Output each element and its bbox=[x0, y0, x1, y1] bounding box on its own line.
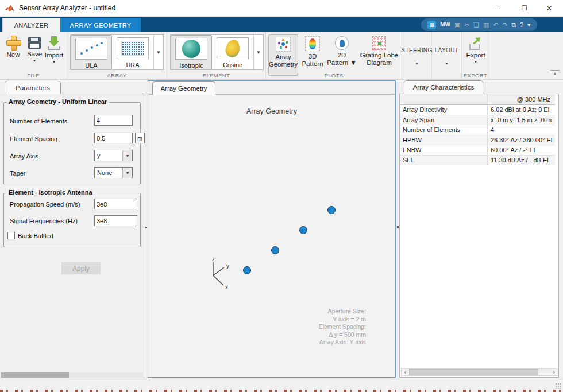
table-row[interactable]: SLL 11.30 dB Az / - dB El bbox=[400, 156, 555, 166]
grating-lobe-button[interactable]: Grating Lobe Diagram bbox=[358, 34, 400, 76]
table-row[interactable]: HPBW 26.30° Az / 360.00° El bbox=[400, 135, 555, 146]
plot-title: Array Geometry bbox=[149, 107, 395, 115]
parameters-panel: Parameters Array Geometry - Uniform Line… bbox=[0, 80, 145, 379]
window-layout-icon[interactable]: ⧉ bbox=[511, 22, 516, 28]
export-dropdown-icon[interactable]: ▼ bbox=[474, 60, 478, 64]
left-splitter-handle[interactable] bbox=[145, 227, 147, 228]
scrollbar-track[interactable] bbox=[409, 369, 550, 375]
layout-dropdown-icon[interactable]: ▼ bbox=[445, 61, 449, 65]
section-steering[interactable]: STEERING ▼ bbox=[402, 32, 432, 80]
pattern-2d-button[interactable]: 2D Pattern ▼ bbox=[326, 34, 357, 76]
plot-annotation: Aperture Size: Y axis = 2 m Element Spac… bbox=[319, 308, 366, 347]
back-baffled-label: Back Baffled bbox=[18, 232, 53, 239]
cut-icon[interactable]: ✂ bbox=[464, 22, 469, 28]
tab-array-characteristics[interactable]: Array Characteristics bbox=[404, 80, 483, 94]
right-splitter-handle[interactable] bbox=[397, 226, 399, 228]
pattern-2d-icon bbox=[335, 36, 349, 50]
scroll-left-icon[interactable]: ‹ bbox=[402, 369, 409, 375]
save-icon[interactable]: ▣ bbox=[454, 22, 460, 28]
new-button[interactable]: New bbox=[2, 36, 25, 58]
copy-icon[interactable]: ❑ bbox=[473, 22, 479, 28]
ula-button[interactable]: ULA bbox=[71, 35, 112, 69]
section-label-export: EXPORT bbox=[462, 72, 489, 79]
undo-icon[interactable]: ↶ bbox=[493, 22, 498, 28]
table-row[interactable]: Number of Elements 4 bbox=[400, 125, 555, 135]
floppy-disk-icon bbox=[28, 37, 41, 49]
redo-icon[interactable]: ↷ bbox=[502, 22, 507, 28]
num-elements-label: Number of Elements bbox=[10, 118, 67, 125]
maximize-button[interactable]: ❒ bbox=[516, 0, 533, 16]
array-geometry-plot-button[interactable]: Array Geometry bbox=[268, 34, 298, 76]
desktop-shortcut-icon[interactable]: ▦ bbox=[427, 21, 436, 29]
collapse-ribbon-icon[interactable]: ▴ bbox=[550, 70, 560, 77]
signal-frequencies-input[interactable] bbox=[94, 215, 137, 226]
import-arrow-icon bbox=[47, 36, 61, 50]
ura-button[interactable]: URA bbox=[112, 35, 153, 69]
axis-label-x: x bbox=[225, 284, 228, 290]
num-elements-input[interactable] bbox=[94, 115, 133, 126]
array-geometry-group: Array Geometry - Uniform Linear Number o… bbox=[3, 102, 141, 184]
steering-dropdown-icon[interactable]: ▼ bbox=[415, 61, 419, 65]
close-button[interactable]: ✕ bbox=[541, 0, 558, 16]
tab-analyzer[interactable]: ANALYZER bbox=[2, 18, 60, 32]
table-row[interactable]: FNBW 60.00° Az / -° El bbox=[400, 145, 555, 156]
element-group: Element - Isotropic Antenna Propagation … bbox=[3, 193, 141, 247]
signal-frequencies-label: Signal Frequencies (Hz) bbox=[10, 218, 78, 224]
frequency-column-header: @ 300 MHz bbox=[488, 94, 555, 104]
array-gallery-dropdown[interactable]: ▼ bbox=[153, 35, 163, 69]
help-icon[interactable]: ? bbox=[520, 22, 523, 28]
array-geometry-plot-icon bbox=[276, 37, 291, 52]
section-export: Export ▼ EXPORT bbox=[462, 32, 489, 80]
cosine-button[interactable]: Cosine bbox=[212, 35, 253, 69]
ribbon-tab-strip: ANALYZER ARRAY GEOMETRY ▦ MW ▣ ✂ ❑ ▥ ↶ ↷… bbox=[0, 17, 563, 32]
scroll-right-icon[interactable]: › bbox=[550, 369, 558, 375]
array-element-dot bbox=[299, 226, 307, 234]
table-row[interactable]: Array Directivity 6.02 dBi at 0 Az; 0 El bbox=[400, 105, 555, 115]
export-arrow-icon bbox=[468, 36, 483, 50]
minimize-button[interactable]: – bbox=[489, 0, 507, 16]
import-dropdown-icon[interactable]: ▼ bbox=[52, 60, 56, 64]
horizontal-scrollbar[interactable]: ‹ › bbox=[401, 368, 558, 376]
spacing-unit-button[interactable]: m bbox=[135, 133, 145, 143]
section-label-array: ARRAY bbox=[67, 72, 167, 79]
scrollbar-thumb[interactable] bbox=[409, 369, 538, 375]
table-row[interactable]: Array Span x=0 m y=1.5 m z=0 m bbox=[400, 115, 555, 126]
section-label-file: FILE bbox=[0, 72, 67, 79]
section-element: Isotropic Cosine ▼ ELEMENT bbox=[167, 32, 266, 80]
array-gallery: ULA URA ▼ bbox=[70, 34, 164, 70]
pattern-3d-button[interactable]: 3D Pattern bbox=[299, 34, 326, 76]
apply-button[interactable]: Apply bbox=[61, 262, 101, 274]
paste-icon[interactable]: ▥ bbox=[483, 22, 489, 28]
mathworks-logo-icon[interactable]: MW bbox=[440, 22, 450, 28]
isotropic-sphere-icon bbox=[175, 38, 207, 60]
ula-icon bbox=[75, 38, 107, 60]
tab-parameters[interactable]: Parameters bbox=[5, 81, 61, 94]
save-dropdown-icon[interactable]: ▼ bbox=[33, 59, 37, 63]
element-gallery-dropdown[interactable]: ▼ bbox=[253, 35, 263, 69]
characteristics-table: @ 300 MHz Array Directivity 6.02 dBi at … bbox=[400, 94, 555, 165]
tab-array-geometry[interactable]: ARRAY GEOMETRY bbox=[60, 18, 141, 32]
import-button[interactable]: Import ▼ bbox=[43, 36, 65, 64]
taper-select[interactable]: None ▼ bbox=[94, 167, 133, 178]
axis-label-y: y bbox=[226, 263, 229, 269]
scrollbar-thumb[interactable] bbox=[1, 372, 69, 378]
horizontal-scrollbar[interactable] bbox=[1, 372, 143, 378]
isotropic-button[interactable]: Isotropic bbox=[171, 35, 212, 69]
section-layout[interactable]: LAYOUT ▼ bbox=[432, 32, 462, 80]
resize-grip[interactable] bbox=[555, 383, 561, 389]
parameters-body: Array Geometry - Uniform Linear Number o… bbox=[0, 94, 144, 378]
back-baffled-checkbox[interactable] bbox=[7, 232, 15, 239]
export-button[interactable]: Export ▼ bbox=[464, 36, 487, 64]
matlab-logo-icon bbox=[5, 4, 14, 13]
qat-more-icon[interactable]: ▾ bbox=[527, 22, 531, 28]
group-title: Array Geometry - Uniform Linear bbox=[6, 98, 109, 105]
section-label-element: ELEMENT bbox=[167, 72, 265, 79]
propagation-speed-input[interactable] bbox=[94, 199, 137, 209]
tab-array-geometry-plot[interactable]: Array Geometry bbox=[152, 81, 215, 95]
element-spacing-input[interactable] bbox=[94, 133, 133, 143]
axis-triad: z y x bbox=[205, 257, 234, 292]
array-axis-select[interactable]: y ▼ bbox=[94, 150, 133, 161]
chevron-down-icon: ▼ bbox=[122, 150, 132, 161]
plot-area[interactable]: Array Geometry z y x Aperture Size: Y ax… bbox=[149, 94, 395, 377]
ura-icon bbox=[117, 37, 149, 59]
